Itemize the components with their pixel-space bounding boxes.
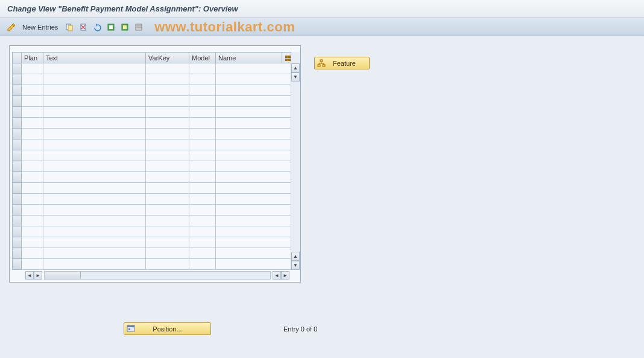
row-selector[interactable] (13, 96, 22, 107)
row-selector[interactable] (13, 237, 22, 248)
cell-varkey[interactable] (146, 74, 189, 85)
cell-plan[interactable] (22, 172, 43, 183)
cell-name[interactable] (216, 259, 291, 270)
table-row[interactable] (13, 237, 291, 248)
cell-text[interactable] (43, 161, 146, 172)
cell-model[interactable] (189, 226, 216, 237)
cell-text[interactable] (43, 226, 146, 237)
cell-name[interactable] (216, 237, 291, 248)
hscroll-thumb[interactable] (45, 272, 81, 279)
cell-varkey[interactable] (146, 118, 189, 129)
cell-plan[interactable] (22, 205, 43, 216)
cell-text[interactable] (43, 172, 146, 183)
table-row[interactable] (13, 74, 291, 85)
row-selector[interactable] (13, 107, 22, 118)
cell-text[interactable] (43, 194, 146, 205)
cell-model[interactable] (189, 194, 216, 205)
row-selector[interactable] (13, 194, 22, 205)
cell-name[interactable] (216, 150, 291, 161)
table-row[interactable] (13, 205, 291, 216)
assignment-table[interactable]: Plan Text VarKey Model Name (12, 52, 291, 270)
cell-model[interactable] (189, 85, 216, 96)
cell-model[interactable] (189, 150, 216, 161)
cell-text[interactable] (43, 139, 146, 150)
cell-varkey[interactable] (146, 161, 189, 172)
cell-plan[interactable] (22, 139, 43, 150)
row-selector[interactable] (13, 139, 22, 150)
row-selector[interactable] (13, 150, 22, 161)
cell-text[interactable] (43, 205, 146, 216)
cell-model[interactable] (189, 259, 216, 270)
scroll-right-icon[interactable]: ► (281, 271, 289, 280)
row-selector[interactable] (13, 74, 22, 85)
cell-name[interactable] (216, 205, 291, 216)
row-selector[interactable] (13, 205, 22, 216)
cell-name[interactable] (216, 63, 291, 74)
cell-varkey[interactable] (146, 237, 189, 248)
row-selector[interactable] (13, 85, 22, 96)
cell-plan[interactable] (22, 216, 43, 226)
cell-plan[interactable] (22, 161, 43, 172)
row-selector[interactable] (13, 63, 22, 74)
cell-plan[interactable] (22, 248, 43, 259)
cell-plan[interactable] (22, 96, 43, 107)
cell-varkey[interactable] (146, 129, 189, 139)
cell-text[interactable] (43, 248, 146, 259)
scroll-left-2-icon[interactable]: ► (34, 271, 42, 280)
cell-model[interactable] (189, 63, 216, 74)
cell-plan[interactable] (22, 259, 43, 270)
table-row[interactable] (13, 259, 291, 270)
undo-button[interactable] (91, 21, 103, 33)
cell-text[interactable] (43, 63, 146, 74)
cell-name[interactable] (216, 226, 291, 237)
cell-plan[interactable] (22, 226, 43, 237)
cell-model[interactable] (189, 205, 216, 216)
cell-model[interactable] (189, 161, 216, 172)
cell-varkey[interactable] (146, 96, 189, 107)
cell-varkey[interactable] (146, 205, 189, 216)
cell-text[interactable] (43, 259, 146, 270)
cell-name[interactable] (216, 139, 291, 150)
cell-varkey[interactable] (146, 216, 189, 226)
table-row[interactable] (13, 150, 291, 161)
cell-text[interactable] (43, 74, 146, 85)
cell-plan[interactable] (22, 107, 43, 118)
scroll-right-2-icon[interactable]: ◄ (273, 271, 281, 280)
cell-name[interactable] (216, 194, 291, 205)
cell-model[interactable] (189, 237, 216, 248)
cell-text[interactable] (43, 216, 146, 226)
cell-name[interactable] (216, 216, 291, 226)
cell-plan[interactable] (22, 183, 43, 194)
cell-model[interactable] (189, 118, 216, 129)
row-selector-header[interactable] (13, 53, 22, 63)
scroll-page-down-icon[interactable]: ▲ (291, 252, 300, 261)
delete-button[interactable] (77, 21, 89, 33)
cell-text[interactable] (43, 118, 146, 129)
table-row[interactable] (13, 118, 291, 129)
cell-varkey[interactable] (146, 172, 189, 183)
cell-name[interactable] (216, 96, 291, 107)
table-row[interactable] (13, 129, 291, 139)
cell-plan[interactable] (22, 150, 43, 161)
cell-varkey[interactable] (146, 63, 189, 74)
table-settings-button[interactable] (282, 53, 291, 63)
row-selector[interactable] (13, 216, 22, 226)
cell-model[interactable] (189, 74, 216, 85)
cell-varkey[interactable] (146, 107, 189, 118)
table-row[interactable] (13, 172, 291, 183)
table-row[interactable] (13, 226, 291, 237)
cell-varkey[interactable] (146, 194, 189, 205)
table-row[interactable] (13, 216, 291, 226)
col-model-header[interactable]: Model (189, 53, 216, 63)
deselect-all-button[interactable] (119, 21, 131, 33)
cell-name[interactable] (216, 74, 291, 85)
row-selector[interactable] (13, 129, 22, 139)
scroll-page-up-icon[interactable]: ▼ (291, 72, 300, 82)
row-selector[interactable] (13, 259, 22, 270)
cell-model[interactable] (189, 139, 216, 150)
feature-button[interactable]: Feature (314, 57, 370, 69)
row-selector[interactable] (13, 161, 22, 172)
config-button[interactable] (133, 21, 145, 33)
table-row[interactable] (13, 63, 291, 74)
cell-plan[interactable] (22, 237, 43, 248)
